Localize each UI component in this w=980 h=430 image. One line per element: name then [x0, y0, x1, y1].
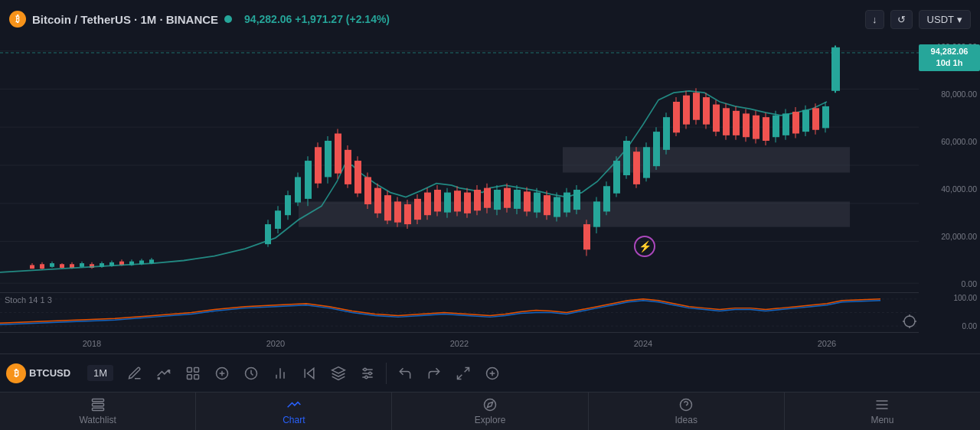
price-label-0: 0.00	[922, 279, 977, 288]
svg-rect-142	[792, 112, 799, 133]
redo-button[interactable]	[420, 360, 448, 387]
svg-line-183	[458, 374, 462, 379]
nav-watchlist[interactable]: Watchlist	[0, 393, 196, 430]
add-button[interactable]	[208, 360, 236, 387]
svg-rect-40	[285, 195, 291, 215]
current-price-badge: 94,282.06 10d 1h	[919, 44, 980, 71]
price-axis: 100,000.00 80,000.00 60,000.00 40,000.00…	[919, 38, 980, 292]
layers-button[interactable]	[325, 360, 352, 387]
live-indicator	[224, 15, 232, 23]
replay-button[interactable]: ↺	[890, 10, 913, 29]
svg-rect-86	[514, 190, 521, 209]
svg-rect-124	[703, 97, 710, 125]
svg-rect-163	[194, 367, 199, 372]
rewind-button[interactable]	[296, 360, 323, 387]
svg-rect-161	[168, 370, 170, 372]
svg-rect-148	[822, 106, 829, 128]
svg-marker-175	[332, 366, 345, 373]
nav-ideas[interactable]: Ideas	[589, 393, 785, 430]
download-button[interactable]: ↓	[865, 10, 884, 29]
price-label-60k: 60,000.00	[922, 137, 977, 146]
svg-marker-173	[308, 368, 314, 378]
svg-rect-12	[40, 264, 44, 269]
svg-rect-188	[92, 403, 103, 406]
svg-rect-14	[50, 263, 54, 267]
header-controls: ↓ ↺ USDT ▾	[865, 10, 971, 29]
svg-rect-78	[474, 190, 481, 210]
pair-title: Bitcoin / TetherUS · 1M · BINANCE	[32, 13, 218, 26]
time-axis: 2018 2020 2022 2024 2026	[0, 332, 919, 353]
lightning-icon[interactable]: ⚡	[634, 236, 655, 257]
toolbar: ₿ BTCUSD 1M	[0, 353, 980, 392]
time-2022: 2022	[450, 339, 469, 348]
svg-rect-42	[295, 177, 301, 202]
toolbar-symbol[interactable]: BTCUSD	[29, 367, 83, 379]
svg-rect-114	[653, 132, 660, 166]
bottom-nav: Watchlist Chart Explore Ideas Menu	[0, 392, 980, 430]
nav-menu-label: Menu	[871, 415, 893, 425]
svg-rect-52	[345, 150, 351, 184]
nav-menu[interactable]: Menu	[785, 393, 980, 430]
draw-tool-button[interactable]	[121, 360, 149, 387]
currency-select[interactable]: USDT ▾	[919, 10, 971, 29]
time-2026: 2026	[818, 339, 836, 348]
svg-rect-112	[643, 147, 650, 178]
svg-rect-140	[782, 113, 789, 135]
svg-rect-138	[773, 116, 779, 137]
nav-chart[interactable]: Chart	[196, 393, 392, 430]
svg-rect-90	[534, 193, 541, 213]
indicators-button[interactable]	[179, 360, 207, 387]
svg-rect-120	[683, 96, 690, 125]
nav-explore[interactable]: Explore	[392, 393, 588, 430]
svg-rect-38	[275, 210, 281, 229]
price-label-20k: 20,000.00	[922, 232, 977, 241]
replay-tool-button[interactable]	[266, 360, 294, 387]
svg-rect-36	[265, 224, 271, 244]
clock-button[interactable]	[237, 360, 265, 387]
svg-rect-160	[158, 377, 160, 380]
svg-rect-10	[30, 265, 34, 269]
price-current: 94,282.06 +1,971.27 (+2.14%)	[244, 13, 390, 25]
svg-rect-144	[802, 110, 809, 132]
svg-marker-191	[487, 402, 492, 407]
svg-rect-136	[763, 117, 769, 141]
svg-rect-70	[434, 190, 441, 211]
svg-rect-187	[92, 399, 103, 402]
svg-rect-66	[414, 199, 421, 220]
btc-icon: ₿	[9, 11, 26, 28]
undo-button[interactable]	[391, 360, 419, 387]
svg-rect-92	[544, 195, 550, 215]
svg-rect-58	[374, 188, 381, 213]
main-chart[interactable]: ⚡	[0, 38, 919, 292]
svg-rect-44	[305, 161, 312, 199]
chart-container: ⚡ Stoch 14 1 3 100,000.00 80,000.00 60,0…	[0, 38, 980, 353]
svg-rect-122	[693, 93, 700, 120]
svg-rect-96	[564, 193, 570, 213]
svg-rect-110	[633, 151, 640, 184]
toolbar-interval[interactable]: 1M	[87, 365, 113, 381]
time-2020: 2020	[266, 339, 285, 348]
fullscreen-button[interactable]	[449, 360, 477, 387]
svg-rect-64	[404, 204, 411, 224]
settings-tool-button[interactable]	[354, 360, 381, 387]
svg-rect-88	[524, 191, 531, 211]
crosshair-icon[interactable]	[902, 314, 917, 329]
svg-rect-162	[188, 367, 192, 372]
trend-tool-button[interactable]	[150, 360, 178, 387]
nav-explore-label: Explore	[475, 415, 506, 425]
svg-rect-54	[354, 161, 361, 194]
svg-point-180	[369, 372, 371, 374]
svg-rect-150	[831, 47, 840, 91]
svg-rect-16	[60, 264, 64, 268]
price-info: 94,282.06 +1,971.27 (+2.14%)	[244, 13, 390, 25]
svg-rect-76	[464, 193, 471, 213]
svg-point-190	[485, 399, 496, 411]
svg-rect-80	[484, 188, 491, 208]
toolbar-coin-icon: ₿	[6, 363, 26, 383]
compare-button[interactable]	[479, 360, 506, 387]
svg-point-155	[904, 316, 915, 327]
svg-rect-82	[494, 190, 501, 210]
stoch-axis: 100.00 0.00	[919, 292, 980, 332]
price-label-80k: 80,000.00	[922, 90, 977, 99]
svg-rect-146	[812, 108, 819, 129]
